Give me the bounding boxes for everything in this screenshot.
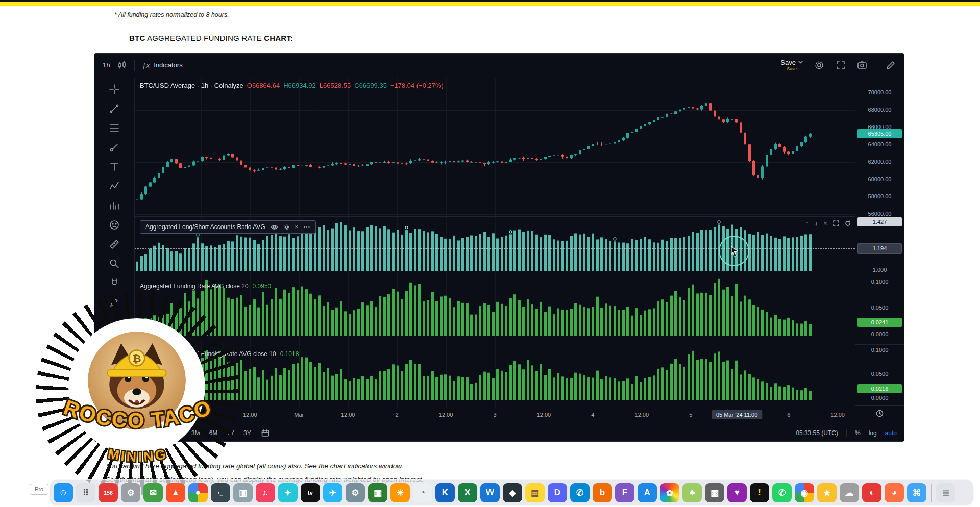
predicted-axis[interactable]: 0.1000 0.0500 0.0216 0.0000 <box>855 345 904 406</box>
dock-item-dark-app[interactable]: ◆ <box>503 483 522 502</box>
dock-item-facetime[interactable]: ✆ <box>570 483 590 502</box>
forecast-tool-icon[interactable] <box>109 200 120 211</box>
text-tool-icon[interactable] <box>109 161 120 172</box>
dock-item-color-app[interactable]: ◉ <box>795 483 814 502</box>
dock-item-orange-app[interactable]: ☀ <box>390 483 410 502</box>
range-button-1y[interactable]: 1Y <box>227 429 234 437</box>
percent-scale-button[interactable]: % <box>855 429 861 437</box>
measure-tool-icon[interactable] <box>109 239 120 250</box>
dock-item-purple-app[interactable]: ♥ <box>727 483 747 502</box>
range-button-3m[interactable]: 3M <box>191 429 200 437</box>
pane-down-icon[interactable]: ↓ <box>815 219 818 227</box>
dock-item-cloud-app[interactable]: ☁ <box>840 483 859 502</box>
utc-clock[interactable]: 05:33:55 (UTC) <box>796 429 838 437</box>
pane-restore-icon[interactable] <box>845 220 851 226</box>
indicator-legend-selected[interactable]: Aggregated Long/Short Accounts Ratio AVG… <box>140 220 316 234</box>
range-button-6m[interactable]: 6M <box>209 429 218 437</box>
ratio-axis[interactable]: 1.427 1.194 1.000 <box>855 216 904 277</box>
dock-item-whatsapp[interactable]: ✆ <box>772 483 792 502</box>
save-label[interactable]: Save <box>780 59 796 66</box>
magnet-tool-icon[interactable] <box>109 277 120 289</box>
dock-item-photos[interactable]: ✿ <box>660 483 679 502</box>
pane-up-icon[interactable]: ↑ <box>805 219 809 227</box>
pro-box[interactable]: Pro <box>30 484 48 495</box>
pane-close-icon[interactable]: × <box>823 219 827 227</box>
log-scale-button[interactable]: log <box>869 429 877 437</box>
dock-item-word[interactable]: W <box>480 483 500 502</box>
dock-item-chrome[interactable]: ● <box>188 483 208 502</box>
indicator-close-icon[interactable]: × <box>295 223 299 231</box>
dock-item-terminal[interactable]: ›_ <box>211 483 230 502</box>
dock-item-keynote[interactable]: K <box>435 483 455 502</box>
emoji-tool-icon[interactable] <box>109 219 120 231</box>
pane-maximize-icon[interactable] <box>833 220 839 226</box>
dock-item-gray-app[interactable]: ▩ <box>705 483 724 502</box>
dock-item-finder[interactable]: ☺ <box>54 483 73 502</box>
symbol-title[interactable]: BTC/USD Average · 1h · Coinalyze <box>140 82 243 89</box>
time-axis[interactable]: 05 Mar '24 11:00 2912:00Mar12:00212:0031… <box>135 408 855 423</box>
edit-tool-icon[interactable] <box>109 297 120 308</box>
predicted-legend[interactable]: Aggregated Predicted Funding Rate AVG cl… <box>140 350 299 358</box>
predicted-pane[interactable]: Aggregated Predicted Funding Rate AVG cl… <box>135 346 855 408</box>
zoom-tool-icon[interactable] <box>109 258 120 269</box>
dock-item-excel[interactable]: X <box>458 483 477 502</box>
footer-line1: You can find here aggregated funding rat… <box>106 459 424 473</box>
eye-icon[interactable] <box>271 224 278 230</box>
dock-item-figma[interactable]: F <box>615 483 634 502</box>
funding-legend[interactable]: Aggregated Funding Rate AVG close 200.09… <box>140 283 271 290</box>
dock-item-warning-app[interactable]: ! <box>750 483 769 502</box>
indicator-gear-icon[interactable] <box>283 224 290 231</box>
dock-item-preview[interactable]: ◔ <box>413 483 432 502</box>
dock-item-blender[interactable]: b <box>593 483 612 502</box>
crosshair-tool-icon[interactable] <box>109 84 120 95</box>
candlestick-canvas[interactable] <box>135 78 855 216</box>
go-to-date-icon[interactable] <box>261 429 270 437</box>
dock-item-utilities[interactable]: ⚙ <box>346 483 365 502</box>
indicator-more-icon[interactable]: ••• <box>304 224 311 230</box>
save-sub-label: Save <box>787 67 796 71</box>
chevron-down-icon[interactable] <box>798 61 803 64</box>
dock-item-apple-tv[interactable]: tv <box>301 483 320 502</box>
dock-item-yellow-app[interactable]: ★ <box>817 483 837 502</box>
time-axis-corner[interactable] <box>855 406 904 421</box>
dock-item-teal-app[interactable]: ✦ <box>278 483 298 502</box>
dock-item-firefox[interactable]: ◕ <box>885 483 904 502</box>
dock-item-green-app[interactable]: ♣ <box>682 483 702 502</box>
price-pane[interactable]: BTC/USD Average · 1h · Coinalyze O66864.… <box>135 78 855 217</box>
interval-button[interactable]: 1h <box>103 61 110 69</box>
dock-item-launchpad[interactable]: ⠿ <box>76 483 95 502</box>
toolbar-separator <box>134 60 135 71</box>
dock-item-messages[interactable]: ✉ <box>143 483 163 502</box>
trendline-tool-icon[interactable] <box>109 103 120 114</box>
auto-scale-button[interactable]: auto <box>885 429 897 437</box>
dock-item-discord[interactable]: D <box>548 483 567 502</box>
settings-gear-icon[interactable] <box>814 60 824 70</box>
dock-item-sheets[interactable]: ▦ <box>368 483 387 502</box>
dock-item-trash[interactable]: ≣ <box>936 483 955 502</box>
brush-tool-icon[interactable] <box>109 142 120 153</box>
dock-item-system-settings[interactable]: ⚙ <box>121 483 140 502</box>
clock-icon[interactable] <box>855 410 904 417</box>
dock-item-notes[interactable]: ▤ <box>525 483 545 502</box>
camera-snapshot-icon[interactable] <box>857 60 867 70</box>
dock-item-telegram[interactable]: ✈ <box>323 483 342 502</box>
pattern-tool-icon[interactable] <box>109 181 120 192</box>
dock-item-calendar-badge[interactable]: 156 <box>99 483 118 502</box>
dock-item-red-app[interactable]: ◐ <box>862 483 881 502</box>
dock-item-activity-monitor[interactable]: ▥ <box>233 483 253 502</box>
funding-pane[interactable]: Aggregated Funding Rate AVG close 200.09… <box>135 278 855 346</box>
range-button-3y[interactable]: 3Y <box>243 429 251 437</box>
dock-item-blue-app[interactable]: ⌘ <box>907 483 926 502</box>
indicators-button[interactable]: Indicators <box>154 61 182 69</box>
fib-tool-icon[interactable] <box>109 122 120 134</box>
dock-item-brave[interactable]: ▲ <box>166 483 185 502</box>
ratio-pane[interactable]: Aggregated Long/Short Accounts Ratio AVG… <box>135 217 855 278</box>
publish-pencil-icon[interactable] <box>886 60 896 70</box>
fullscreen-icon[interactable] <box>836 60 846 70</box>
dock-item-app-store[interactable]: A <box>638 483 657 502</box>
save-button[interactable]: Save Save <box>780 59 803 71</box>
funding-axis[interactable]: 0.1000 0.0500 0.0241 0.0000 <box>855 277 904 345</box>
dock-item-music[interactable]: ♫ <box>256 483 275 502</box>
candle-style-icon[interactable] <box>117 60 127 70</box>
price-axis-main[interactable]: 65305.00 70000.0068000.0066000.0064000.0… <box>855 78 904 216</box>
